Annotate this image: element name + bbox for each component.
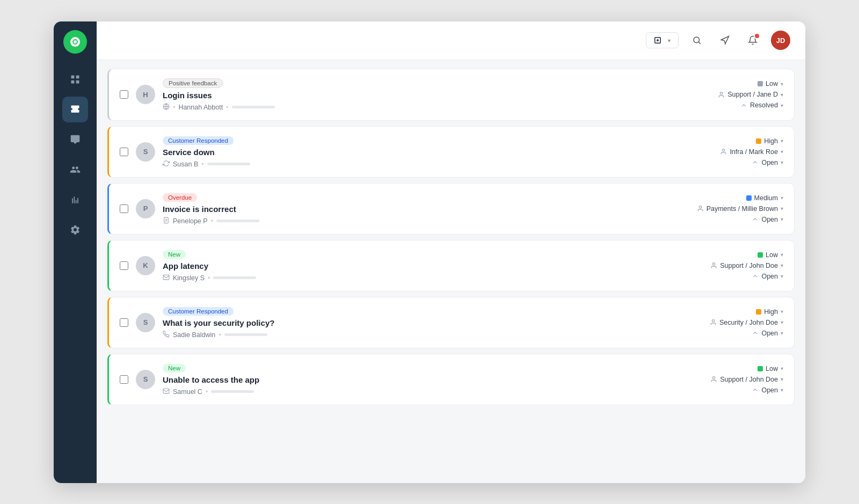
priority-row[interactable]: Low ▾ xyxy=(758,80,783,87)
person-icon xyxy=(720,148,727,155)
status-row[interactable]: Open ▾ xyxy=(752,330,783,337)
ticket-checkbox[interactable] xyxy=(120,90,128,99)
ticket-list: H Positive feedback Login issues • Hanna… xyxy=(97,60,805,483)
meta-icon xyxy=(163,388,170,396)
ticket-checkbox[interactable] xyxy=(120,148,128,156)
meta-icon xyxy=(163,160,170,169)
ticket-avatar: K xyxy=(136,256,155,275)
ticket-checkbox[interactable] xyxy=(120,318,128,327)
sidebar-item-users[interactable] xyxy=(62,157,88,182)
meta-separator: • xyxy=(211,217,213,225)
status-row[interactable]: Resolved ▾ xyxy=(740,101,783,109)
status-label: Open xyxy=(761,330,778,337)
priority-label: Medium xyxy=(754,194,778,202)
team-agent-label: Payments / Millie Brown xyxy=(707,205,778,213)
ticket-tag: Customer Responded xyxy=(163,307,234,316)
team-row[interactable]: Payments / Millie Brown ▾ xyxy=(697,205,783,213)
ticket-actions: Low ▾ Support / Jane D ▾ Resolved ▾ xyxy=(665,80,783,109)
status-chevron-icon: ▾ xyxy=(781,159,783,165)
svg-rect-14 xyxy=(163,389,169,393)
ticket-tag: Positive feedback xyxy=(163,78,223,88)
status-row[interactable]: Open ▾ xyxy=(752,159,783,166)
notifications-button[interactable] xyxy=(743,31,762,50)
ticket-checkbox[interactable] xyxy=(120,375,128,384)
team-agent-label: Support / John Doe xyxy=(720,262,778,269)
ticket-meta: Kingsley S • xyxy=(163,274,658,282)
search-button[interactable] xyxy=(687,31,707,50)
meta-dot: • xyxy=(173,104,175,111)
priority-row[interactable]: High ▾ xyxy=(756,137,783,145)
ticket-body: Customer Responded Service down Susan B … xyxy=(163,135,658,169)
ticket-actions: High ▾ Security / John Doe ▾ Open ▾ xyxy=(665,308,783,337)
priority-row[interactable]: Medium ▾ xyxy=(746,194,783,202)
main-area: ▾ JD H Positive feedback Lo xyxy=(97,21,805,483)
priority-dot xyxy=(758,366,763,371)
ticket-card: P Overdue Invoice is incorrect Penelope … xyxy=(107,183,795,235)
status-row[interactable]: Open ▾ xyxy=(752,386,783,394)
team-row[interactable]: Support / Jane D ▾ xyxy=(718,91,783,98)
ticket-tag: Overdue xyxy=(163,193,197,202)
svg-rect-0 xyxy=(71,75,75,78)
team-row[interactable]: Infra / Mark Roe ▾ xyxy=(720,148,783,156)
svg-point-15 xyxy=(713,377,715,379)
sidebar-item-settings[interactable] xyxy=(62,217,88,243)
ticket-actions: Low ▾ Support / John Doe ▾ Open ▾ xyxy=(665,365,783,394)
svg-point-5 xyxy=(694,37,700,43)
meta-icon xyxy=(163,331,170,339)
ticket-title: Unable to access the app xyxy=(163,375,658,384)
team-row[interactable]: Support / John Doe ▾ xyxy=(710,376,783,383)
person-icon xyxy=(710,262,717,269)
new-chevron-icon: ▾ xyxy=(668,38,671,43)
priority-dot xyxy=(756,309,761,315)
status-row[interactable]: Open ▾ xyxy=(752,216,783,223)
ticket-card: S New Unable to access the app Samuel C … xyxy=(107,354,795,405)
priority-label: High xyxy=(764,308,778,316)
status-label: Open xyxy=(761,273,778,280)
sidebar-item-home[interactable] xyxy=(62,67,88,92)
team-chevron-icon: ▾ xyxy=(781,319,783,325)
svg-point-10 xyxy=(699,206,701,208)
user-avatar[interactable]: JD xyxy=(771,31,790,50)
ticket-title: Invoice is incorrect xyxy=(163,204,658,214)
ticket-card: H Positive feedback Login issues • Hanna… xyxy=(107,69,795,121)
meta-separator: • xyxy=(226,104,228,111)
sidebar-item-chat[interactable] xyxy=(62,127,88,152)
priority-row[interactable]: High ▾ xyxy=(756,308,783,316)
team-row[interactable]: Security / John Doe ▾ xyxy=(710,319,783,326)
status-icon xyxy=(752,216,759,223)
logo[interactable] xyxy=(63,30,87,54)
sidebar-item-tickets[interactable] xyxy=(62,97,88,122)
meta-separator: • xyxy=(208,274,210,282)
team-row[interactable]: Support / John Doe ▾ xyxy=(710,262,783,269)
ticket-body: Customer Responded What is your security… xyxy=(163,306,658,339)
sidebar-item-reports[interactable] xyxy=(62,187,88,213)
status-icon xyxy=(752,330,759,337)
ticket-card: S Customer Responded What is your securi… xyxy=(107,297,795,348)
priority-dot xyxy=(746,195,752,201)
priority-dot xyxy=(756,138,761,144)
meta-separator: • xyxy=(219,331,221,339)
priority-row[interactable]: Low ▾ xyxy=(758,365,783,372)
ticket-checkbox[interactable] xyxy=(120,261,128,270)
person-icon xyxy=(697,205,704,212)
ticket-avatar: S xyxy=(136,313,155,332)
priority-row[interactable]: Low ▾ xyxy=(758,251,783,259)
app-container: ▾ JD H Positive feedback Lo xyxy=(54,21,805,483)
ticket-meta: Sadie Baldwin • xyxy=(163,331,658,339)
progress-bar xyxy=(213,276,256,279)
status-row[interactable]: Open ▾ xyxy=(752,273,783,280)
svg-point-12 xyxy=(713,263,715,265)
ticket-checkbox[interactable] xyxy=(120,204,128,213)
svg-rect-1 xyxy=(76,75,79,78)
ticket-tag: Customer Responded xyxy=(163,136,234,145)
new-button[interactable]: ▾ xyxy=(646,32,679,48)
priority-label: Low xyxy=(766,365,778,372)
progress-bar xyxy=(224,333,267,336)
status-label: Open xyxy=(761,386,778,394)
meta-icon xyxy=(163,217,170,225)
status-label: Open xyxy=(761,216,778,223)
ticket-title: App latency xyxy=(163,261,658,271)
announcements-button[interactable] xyxy=(715,31,734,50)
assignee-name: Hannah Abbott xyxy=(178,104,223,111)
ticket-title: What is your security policy? xyxy=(163,318,658,327)
